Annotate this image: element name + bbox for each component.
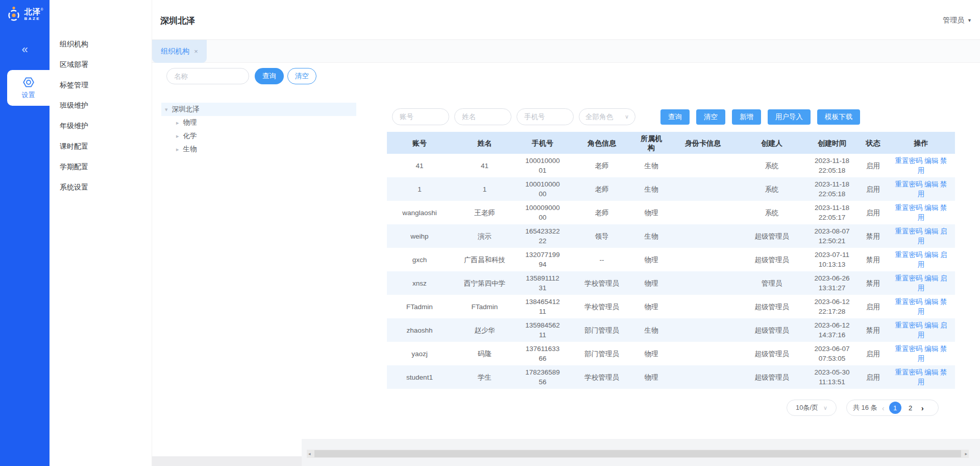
tree-node-child[interactable]: ▸生物: [173, 143, 366, 156]
table-button[interactable]: 新增: [732, 109, 761, 125]
sidebar-item[interactable]: 系统设置: [50, 177, 152, 197]
tab-bar: 组织机构 ×: [152, 40, 980, 63]
tree-collapsed-icon[interactable]: ▸: [176, 133, 179, 139]
tree-node-root[interactable]: ▾ 深圳北泽: [161, 103, 356, 116]
filter-role-select[interactable]: 全部角色 ∨: [579, 108, 635, 125]
sidebar-item[interactable]: 组织机构: [50, 34, 152, 54]
action-link[interactable]: 编辑: [924, 345, 938, 353]
table-row: gxch广西昌和科技13207719994--物理超级管理员2023-07-11…: [387, 248, 955, 271]
select-caret-icon: ∨: [823, 405, 827, 411]
tree-node-child[interactable]: ▸物理: [173, 116, 366, 129]
cell-created: 2023-06-26 13:31:27: [805, 271, 859, 295]
filter-name-input[interactable]: [454, 108, 511, 125]
tree-collapsed-icon[interactable]: ▸: [176, 146, 179, 153]
action-link[interactable]: 重置密码: [895, 274, 922, 282]
horizontal-scrollbar[interactable]: ◂ ▸: [307, 450, 969, 458]
column-header: 账号: [387, 132, 452, 154]
action-link[interactable]: 编辑: [924, 251, 938, 259]
page-size-select[interactable]: 10条/页 ∨: [787, 400, 837, 416]
sidebar-item[interactable]: 学期配置: [50, 156, 152, 177]
cell-role: 部门管理员: [568, 342, 635, 365]
table-button[interactable]: 清空: [696, 109, 725, 125]
cell-account: yaozj: [387, 342, 452, 365]
action-link[interactable]: 重置密码: [895, 368, 922, 376]
cell-phone: 13589111231: [517, 271, 568, 295]
sidebar-item[interactable]: 区域部署: [50, 54, 152, 75]
cell-status: 禁用: [859, 318, 887, 342]
table-button[interactable]: 查询: [660, 109, 690, 125]
pagination-next-icon[interactable]: ›: [921, 404, 924, 412]
tab-organization[interactable]: 组织机构 ×: [152, 40, 207, 63]
scroll-left-icon[interactable]: ◂: [308, 452, 311, 456]
tree-children: ▸物理▸化学▸生物: [152, 116, 366, 156]
tree-node-child[interactable]: ▸化学: [173, 129, 366, 143]
table-button[interactable]: 模板下载: [817, 109, 860, 125]
table-row: xnsz西宁第四中学13589111231学校管理员物理管理员2023-06-2…: [387, 271, 955, 295]
cell-role: --: [568, 248, 635, 271]
cell-name: 西宁第四中学: [452, 271, 517, 295]
tab-close-icon[interactable]: ×: [194, 48, 198, 55]
action-link[interactable]: 重置密码: [895, 227, 922, 235]
pagination-page[interactable]: 1: [889, 402, 901, 414]
action-link[interactable]: 重置密码: [895, 180, 922, 188]
table-button[interactable]: 用户导入: [768, 109, 811, 125]
cell-id_card: [667, 295, 739, 318]
tree-collapsed-icon[interactable]: ▸: [176, 120, 179, 126]
scroll-right-icon[interactable]: ▸: [965, 452, 967, 456]
tree-expanded-icon[interactable]: ▾: [165, 106, 168, 113]
cell-role: 老师: [568, 201, 635, 224]
cell-org: 生物: [635, 318, 667, 342]
action-link[interactable]: 重置密码: [895, 298, 922, 306]
action-link[interactable]: 重置密码: [895, 204, 922, 212]
action-link[interactable]: 编辑: [924, 227, 938, 235]
sidebar-item[interactable]: 年级维护: [50, 115, 152, 136]
brand-logo-icon: [6, 6, 21, 22]
pagination-pages: 12: [889, 402, 917, 414]
tab-label: 组织机构: [161, 47, 189, 56]
cell-creator: 超级管理员: [739, 342, 805, 365]
cell-created: 2023-07-11 10:13:13: [805, 248, 859, 271]
top-header: 深圳北泽 管理员 ▼: [152, 0, 980, 40]
sidebar-collapse-icon[interactable]: «: [0, 44, 50, 55]
sidebar-item[interactable]: 班级维护: [50, 95, 152, 115]
action-link[interactable]: 编辑: [924, 274, 938, 282]
user-menu[interactable]: 管理员 ▼: [943, 16, 972, 25]
action-link[interactable]: 重置密码: [895, 251, 922, 259]
tree-clear-button[interactable]: 清空: [287, 68, 316, 84]
rail-item-settings[interactable]: 设置: [7, 70, 50, 106]
cell-creator: 系统: [739, 201, 805, 224]
action-link[interactable]: 编辑: [924, 368, 938, 376]
pagination-page[interactable]: 2: [904, 402, 917, 414]
table-row: wanglaoshi王老师10000900000老师物理系统2023-11-18…: [387, 201, 955, 224]
cell-creator: 管理员: [739, 271, 805, 295]
action-link[interactable]: 编辑: [924, 298, 938, 306]
cell-phone: 13598456211: [517, 318, 568, 342]
action-link[interactable]: 重置密码: [895, 321, 922, 329]
cell-role: 老师: [568, 177, 635, 201]
action-link[interactable]: 重置密码: [895, 345, 922, 353]
tree-query-button[interactable]: 查询: [255, 68, 284, 84]
cell-name: 41: [452, 154, 517, 177]
cell-phone: 17823658956: [517, 365, 568, 389]
scrollbar-thumb[interactable]: [314, 450, 961, 457]
content-area: 查询 清空 ▾ 深圳北泽 ▸物理▸化学▸生物 全部角色 ∨ 查询清空新增用户导入…: [152, 63, 980, 466]
pagination-prev-icon[interactable]: ‹: [882, 404, 885, 412]
action-link[interactable]: 编辑: [924, 321, 938, 329]
filter-account-input[interactable]: [392, 108, 449, 125]
action-link[interactable]: 编辑: [924, 180, 938, 188]
cell-created: 2023-05-30 11:13:51: [805, 365, 859, 389]
sidebar-item[interactable]: 标签管理: [50, 75, 152, 95]
action-link[interactable]: 编辑: [924, 204, 938, 212]
cell-org: 物理: [635, 342, 667, 365]
org-tree: ▾ 深圳北泽 ▸物理▸化学▸生物: [152, 103, 366, 156]
tree-search-input[interactable]: [166, 68, 249, 84]
action-link[interactable]: 重置密码: [895, 157, 922, 165]
cell-org: 物理: [635, 295, 667, 318]
sidebar-item[interactable]: 课时配置: [50, 136, 152, 156]
cell-name: 王老师: [452, 201, 517, 224]
action-link[interactable]: 编辑: [924, 157, 938, 165]
select-caret-icon: ∨: [625, 113, 629, 120]
brand-logo-text: 北泽® BAZE: [24, 8, 43, 21]
filter-phone-input[interactable]: [517, 108, 574, 125]
cell-created: 2023-11-18 22:05:17: [805, 201, 859, 224]
